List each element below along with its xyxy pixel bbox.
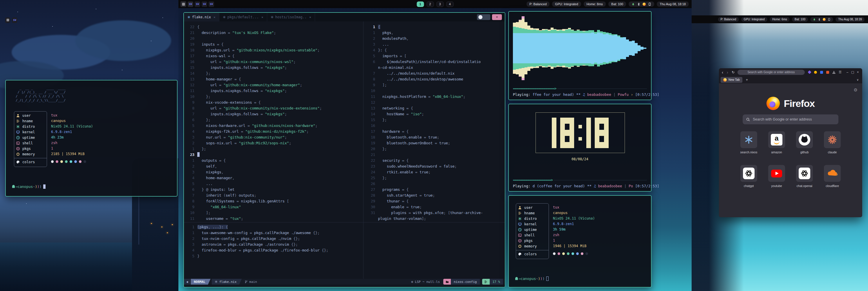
cava-column bbox=[597, 30, 600, 66]
shell-prompt[interactable]: → canopus ~ ))) bbox=[515, 277, 549, 281]
fetch-value: 6.9.8-zen1 bbox=[51, 130, 72, 134]
cava-segment bbox=[565, 67, 568, 67]
save-page-icon[interactable] bbox=[832, 70, 836, 74]
tab-close-icon[interactable]: × bbox=[261, 16, 264, 19]
project-name[interactable]: nixos-config bbox=[451, 279, 479, 285]
line-content: thunar = { bbox=[378, 199, 408, 203]
extension-proxy-icon[interactable] bbox=[826, 71, 829, 74]
color-swatch bbox=[51, 160, 54, 163]
extension-gem-icon[interactable] bbox=[808, 70, 811, 74]
fetch-row: distro bbox=[16, 124, 35, 129]
forward-button[interactable]: › bbox=[727, 70, 728, 75]
status-pill: Home: 6ms bbox=[770, 17, 790, 22]
bar-status-group: P: BalancedGPU: IntegratedHome: 8msBat: … bbox=[527, 1, 689, 7]
tag-button-1[interactable]: $W bbox=[188, 1, 193, 7]
cava-segment bbox=[545, 63, 548, 67]
terminal-fastfetch-right[interactable]: usertuxhnamecanopusdistroNixOS 24.11 (Vi… bbox=[508, 195, 652, 288]
clock-pill[interactable]: Thu Aug 08, 18:18 bbox=[657, 1, 689, 7]
terminal-cava-window[interactable]: =======================>Playing: ffee fo… bbox=[508, 11, 652, 100]
new-tab-button[interactable]: + bbox=[746, 78, 748, 82]
editor-tab-hosts-isoImag-[interactable]: hosts/isoImag..× bbox=[267, 13, 315, 22]
close-button[interactable]: × bbox=[492, 14, 502, 20]
url-bar[interactable]: Search with Google or enter address bbox=[738, 70, 805, 75]
git-branch[interactable]: main bbox=[245, 279, 257, 285]
shortcut-tile-cloudflare[interactable]: cloudflare bbox=[822, 165, 842, 187]
minimize-button[interactable]: – bbox=[845, 70, 850, 74]
reload-button[interactable]: ↻ bbox=[732, 70, 735, 74]
back-button[interactable]: ‹ bbox=[722, 70, 723, 75]
shortcut-tile-chat-openai[interactable]: chat.openai bbox=[794, 165, 815, 187]
line-content: home-manager = { bbox=[197, 77, 241, 81]
cava-column bbox=[632, 41, 635, 56]
shell-prompt[interactable]: → canopus ~ ))) bbox=[11, 184, 45, 189]
toggle-button[interactable] bbox=[477, 14, 490, 20]
shortcut-tile-github[interactable]: github bbox=[794, 131, 815, 154]
line-number: 6 bbox=[365, 60, 378, 64]
workspace-button-2[interactable]: 2 bbox=[427, 1, 434, 7]
mode-indicator: NORMAL bbox=[191, 279, 211, 285]
terminal-clock-window[interactable]: 08/08/24=====================>Playing: d… bbox=[508, 104, 652, 192]
shortcut-row: chatgptyoutubechat.openaicloudflare bbox=[739, 165, 842, 187]
fetch-key: user bbox=[524, 206, 533, 210]
tag-button-4[interactable]: $W bbox=[209, 1, 214, 7]
shortcut-tile-chatgpt[interactable]: chatgpt bbox=[739, 165, 759, 187]
shortcut-tile-amazon[interactable]: aamazon bbox=[767, 131, 787, 154]
maximize-button[interactable]: ▢ bbox=[850, 70, 855, 74]
playing-part: d (coffee for your head) ** bbox=[533, 184, 594, 188]
workspace-button-4[interactable]: 4 bbox=[446, 1, 454, 7]
lsp-label: LSP ~ null-ls bbox=[415, 280, 440, 284]
launcher-button[interactable] bbox=[181, 1, 186, 7]
neovim-editor-window[interactable]: flake.nix×pkgs/default...×hosts/isoImag.… bbox=[183, 12, 505, 288]
workspace-button-1[interactable]: 1 bbox=[416, 1, 424, 7]
line-content: }; bbox=[378, 147, 387, 151]
prompt-host: canopus bbox=[18, 184, 33, 189]
active-tab[interactable]: New Tab bbox=[721, 77, 742, 83]
firefox-window[interactable]: ‹›↻Search with Google or enter address☰–… bbox=[719, 68, 862, 217]
line-content: modulesPath, bbox=[378, 36, 408, 41]
prompt-arrow: → bbox=[519, 277, 521, 281]
launcher-button-left[interactable] bbox=[5, 18, 10, 23]
cava-column bbox=[585, 31, 588, 66]
system-tray-right[interactable] bbox=[810, 17, 833, 22]
clock-cell bbox=[586, 124, 591, 130]
tab-close-icon[interactable]: × bbox=[214, 16, 216, 19]
tab-overflow-chevron-icon[interactable]: ∨ bbox=[857, 78, 859, 81]
extension-swoosh-icon[interactable] bbox=[814, 71, 817, 74]
shortcut-tile-youtube[interactable]: youtube bbox=[767, 165, 787, 187]
tag-button-2[interactable]: $W bbox=[195, 1, 200, 7]
line-content: imports = [ bbox=[378, 54, 406, 58]
menu-hamburger-icon[interactable]: ☰ bbox=[839, 70, 842, 74]
shortcut-tile-search-nixos[interactable]: search.nixos bbox=[739, 131, 759, 154]
line-content: } bbox=[197, 254, 199, 258]
clock-pill-right[interactable]: Thu Aug 08, 18:39 bbox=[836, 17, 865, 22]
line-content: ]; bbox=[378, 83, 387, 87]
clock-cell bbox=[565, 136, 569, 142]
statusline-file[interactable]: flake.nix bbox=[212, 279, 242, 285]
color-swatch bbox=[553, 252, 556, 255]
personalize-gear-icon[interactable]: ⚙ bbox=[854, 87, 858, 93]
line-content: description = "tux's NixOS Flake"; bbox=[197, 30, 276, 35]
cava-segment bbox=[556, 31, 559, 33]
editor-tab-pkgs-default-[interactable]: pkgs/default...× bbox=[219, 13, 267, 22]
cava-segment bbox=[522, 16, 525, 19]
system-tray[interactable] bbox=[629, 1, 654, 7]
extension-container-icon[interactable] bbox=[820, 71, 823, 74]
tag-button-left[interactable]: $W bbox=[12, 18, 17, 23]
close-button[interactable]: × bbox=[855, 70, 861, 74]
iso-line: 14 hostName = "iso"; bbox=[365, 111, 505, 117]
fetch-value: tux bbox=[553, 205, 559, 209]
cava-segment bbox=[519, 20, 522, 28]
terminal-fastfetch-left[interactable]: _ __ _ ____ ____ / |/ /(_)_ __ / __ \/ _… bbox=[5, 80, 178, 197]
search-input[interactable]: Search with Google or enter address bbox=[743, 114, 838, 124]
cava-segment bbox=[519, 33, 522, 63]
line-number: 1 bbox=[184, 225, 197, 229]
line-number: 31 bbox=[365, 210, 378, 215]
shortcut-tile-claude[interactable]: claude bbox=[822, 131, 842, 154]
line-content: ]; bbox=[197, 210, 210, 215]
color-swatch bbox=[571, 252, 574, 255]
workspace-button-3[interactable]: 3 bbox=[436, 1, 443, 7]
tag-button-3[interactable]: $W bbox=[202, 1, 207, 7]
tab-close-icon[interactable]: × bbox=[309, 16, 311, 19]
clock-cell bbox=[552, 118, 556, 124]
editor-tab-flake-nix[interactable]: flake.nix× bbox=[184, 13, 219, 22]
